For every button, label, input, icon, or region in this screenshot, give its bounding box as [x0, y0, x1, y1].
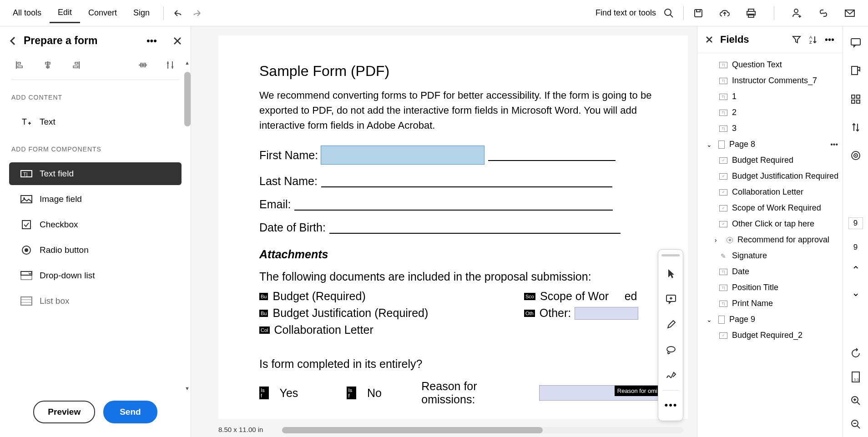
scroll-up-icon[interactable]: ▲: [185, 60, 190, 65]
field-item[interactable]: ✓Collaboration Letter: [697, 184, 843, 200]
zoom-in-icon[interactable]: [848, 393, 863, 408]
cursor-icon[interactable]: [658, 261, 684, 286]
preview-button[interactable]: Preview: [33, 401, 95, 423]
field-item[interactable]: ✓Budget Required: [697, 152, 843, 168]
listbox-tool[interactable]: List box: [9, 290, 182, 312]
close-fields-icon[interactable]: [706, 36, 713, 43]
text-tool[interactable]: T Text: [9, 111, 182, 133]
floating-toolbar[interactable]: •••: [658, 249, 683, 421]
cloud-upload-icon[interactable]: [716, 4, 734, 22]
lasso-icon[interactable]: [658, 337, 684, 363]
checkbox-tool[interactable]: Checkbox: [9, 213, 182, 236]
page-up-icon[interactable]: ⌃: [848, 266, 863, 275]
no-tag[interactable]: Is f: [347, 387, 356, 399]
left-scrollbar[interactable]: [184, 72, 191, 126]
comment-add-icon[interactable]: [658, 286, 684, 312]
fields-more-icon[interactable]: •••: [825, 35, 834, 45]
field-item[interactable]: ✓Budget Required_2: [697, 327, 843, 343]
undo-icon[interactable]: [169, 4, 187, 22]
radio-button-tool[interactable]: Radio button: [9, 239, 182, 261]
total-pages: 9: [848, 243, 863, 252]
image-field-icon: [20, 193, 32, 205]
field-item[interactable]: T|Print Name: [697, 296, 843, 311]
close-panel-icon[interactable]: [173, 37, 182, 45]
field-item[interactable]: ✓Budget Justification Required: [697, 168, 843, 184]
collab-tag[interactable]: Col: [259, 326, 270, 334]
distribute-v-icon[interactable]: [163, 60, 177, 70]
current-page[interactable]: 9: [848, 217, 863, 229]
align-center-icon[interactable]: [41, 60, 55, 70]
more-options-icon[interactable]: •••: [146, 35, 157, 47]
dropdown-tool[interactable]: Drop-down list: [9, 264, 182, 287]
budget-just-tag[interactable]: Bu: [259, 310, 268, 317]
pencil-icon[interactable]: [658, 312, 684, 337]
budget-tag[interactable]: Bu: [259, 293, 268, 300]
reason-field[interactable]: Reason for omi: [539, 385, 661, 401]
first-name-field[interactable]: [321, 146, 484, 165]
link-icon[interactable]: [814, 4, 833, 22]
field-item[interactable]: T|Date: [697, 264, 843, 280]
other-tag[interactable]: Oth: [524, 310, 535, 317]
toolbar-divider-2: [683, 6, 684, 20]
scroll-down-icon[interactable]: ▼: [185, 386, 190, 391]
print-icon[interactable]: [742, 4, 760, 22]
bookmark-icon[interactable]: [848, 64, 863, 78]
chevron-down-icon[interactable]: ⌄: [707, 316, 714, 323]
chevron-right-icon[interactable]: ›: [715, 236, 722, 244]
chevron-down-icon[interactable]: ⌄: [707, 141, 714, 148]
field-item[interactable]: T|Question Text: [697, 57, 843, 73]
all-tools-menu[interactable]: All tools: [5, 4, 50, 22]
edit-menu[interactable]: Edit: [50, 3, 80, 23]
field-item[interactable]: ›◉Recommend for approval: [697, 232, 843, 248]
group-more-icon[interactable]: •••: [830, 141, 838, 149]
field-item[interactable]: T|3: [697, 121, 843, 136]
search-icon[interactable]: [660, 4, 678, 22]
listbox-label: List box: [40, 296, 69, 306]
zoom-out-icon[interactable]: [848, 417, 863, 432]
last-name-label: Last Name:: [259, 175, 318, 188]
field-item[interactable]: ✓Other Click or tap here: [697, 216, 843, 232]
share-add-icon[interactable]: [788, 4, 806, 22]
align-right-icon[interactable]: [68, 60, 82, 70]
email-icon[interactable]: [841, 4, 859, 22]
document-page[interactable]: Sample Form (PDF) We recommend convertin…: [218, 35, 688, 419]
page-9-group[interactable]: ⌄ Page 9: [697, 311, 843, 327]
filter-icon[interactable]: [792, 35, 801, 44]
scroll-mode-icon[interactable]: [848, 120, 863, 135]
send-button[interactable]: Send: [103, 401, 157, 423]
other-field[interactable]: [575, 307, 638, 320]
distribute-h-icon[interactable]: [136, 60, 150, 70]
page-8-group[interactable]: ⌄ Page 8 •••: [697, 136, 843, 152]
no-label: No: [367, 387, 382, 400]
save-icon[interactable]: [689, 4, 707, 22]
field-item[interactable]: T|Instructor Comments_7: [697, 73, 843, 89]
image-field-tool[interactable]: Image field: [9, 188, 182, 211]
dob-line: Date of Birth:: [259, 221, 661, 234]
fit-width-icon[interactable]: 1:1: [848, 370, 863, 384]
comment-icon[interactable]: [848, 35, 863, 50]
sort-icon[interactable]: AZ: [808, 35, 818, 45]
page-down-icon[interactable]: ⌄: [848, 288, 863, 297]
yes-tag[interactable]: Is f: [259, 387, 269, 399]
convert-menu[interactable]: Convert: [80, 4, 125, 22]
find-text-label[interactable]: Find text or tools: [595, 8, 656, 18]
target-icon[interactable]: [848, 148, 863, 163]
field-item[interactable]: ✎Signature: [697, 248, 843, 264]
horizontal-scrollbar[interactable]: [282, 427, 683, 433]
signature-draw-icon[interactable]: [658, 363, 684, 388]
sign-menu[interactable]: Sign: [125, 4, 158, 22]
back-icon[interactable]: [9, 35, 16, 46]
more-tools-icon[interactable]: •••: [658, 392, 684, 418]
redo-icon[interactable]: [187, 4, 206, 22]
field-item[interactable]: T|1: [697, 89, 843, 105]
drag-grip-icon[interactable]: [661, 254, 680, 256]
field-item[interactable]: T|2: [697, 105, 843, 121]
grid-icon[interactable]: [848, 92, 863, 106]
rotate-icon[interactable]: [848, 346, 863, 361]
text-field-tool[interactable]: T| Text field: [9, 162, 182, 185]
field-item[interactable]: T|Position Title: [697, 280, 843, 296]
align-left-icon[interactable]: [14, 60, 27, 70]
reason-field-tag: Reason for omi: [615, 386, 660, 396]
field-item[interactable]: ✓Scope of Work Required: [697, 200, 843, 216]
scope-tag[interactable]: Sco: [524, 293, 535, 300]
